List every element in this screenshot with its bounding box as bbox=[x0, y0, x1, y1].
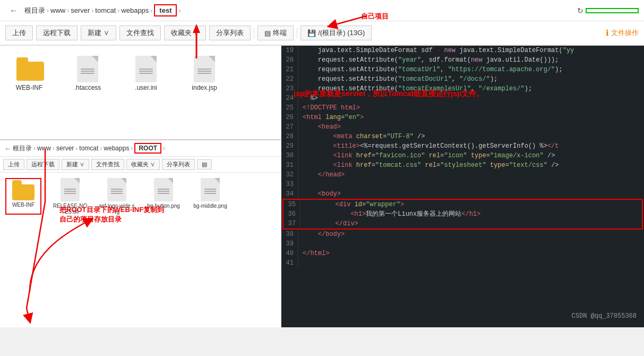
doc-lines-bgmid bbox=[204, 189, 216, 194]
spacer-top bbox=[0, 97, 281, 139]
code-line-20: 20 request.setAttribute("year", sdf.form… bbox=[281, 55, 644, 65]
file-ops[interactable]: ℹ 文件操作 bbox=[606, 28, 639, 38]
code-red-border-section: 35 <div id="wrapper"> 36 <h1>我的第一个Liunx服… bbox=[282, 199, 643, 230]
code-line-37: 37 </div> bbox=[284, 219, 642, 228]
code-line-39: 39 bbox=[281, 239, 644, 249]
code-line-27: 27 <head> bbox=[281, 122, 644, 132]
crumb-tomcat-b[interactable]: tomcat bbox=[79, 145, 98, 152]
file-item-indexjsp[interactable]: index.jsp bbox=[183, 56, 226, 91]
doc-icon-htaccess bbox=[75, 56, 100, 82]
share-button[interactable]: 分享列表 bbox=[209, 26, 251, 40]
file-item-webinf-top[interactable]: WEB-INF bbox=[8, 56, 50, 91]
crumb-tomcat[interactable]: tomcat bbox=[95, 6, 116, 14]
remote-download-button[interactable]: 远程下载 bbox=[36, 26, 78, 40]
doc-corner-rel bbox=[74, 178, 80, 183]
toolbar-sep-1 bbox=[254, 28, 254, 38]
crumb-server-b[interactable]: server bbox=[56, 145, 74, 152]
sep-b2: › bbox=[53, 145, 55, 152]
terminal-button[interactable]: ▤ 终端 bbox=[257, 26, 294, 40]
doc-shape-indexjsp bbox=[194, 56, 215, 82]
folder-shape-webinf bbox=[16, 57, 42, 81]
back-button-bottom[interactable]: ← bbox=[4, 145, 11, 152]
new-button[interactable]: 新建 ∨ bbox=[81, 26, 116, 40]
doc-icon-userini bbox=[133, 56, 159, 82]
code-line-30: 30 <link href="favicon.ico" rel="icon" t… bbox=[281, 151, 644, 160]
crumb-webapps[interactable]: webapps bbox=[121, 6, 149, 14]
sep-b4: › bbox=[100, 145, 102, 152]
layout-wrapper: ← 根目录 › www › server › tomcat › webapps … bbox=[0, 0, 644, 356]
file-name-userini: .user.ini bbox=[135, 84, 157, 91]
crumb-www-b[interactable]: www bbox=[37, 145, 51, 152]
toolbar-sep-2 bbox=[297, 28, 297, 38]
upload-btn-b[interactable]: 上传 bbox=[3, 159, 24, 170]
sep-b3: › bbox=[75, 145, 78, 152]
code-line-19: 19 java.text.SimpleDateFormat sdf - new … bbox=[281, 46, 644, 55]
find-btn-b[interactable]: 文件查找 bbox=[91, 159, 124, 170]
code-line-41: 41 bbox=[281, 258, 644, 268]
toolbar-bottom: 上传 远程下载 新建 ∨ 文件查找 收藏夹 ∨ 分享列表 ▤ bbox=[0, 157, 281, 173]
doc-lines-asf bbox=[111, 189, 123, 194]
file-item-userini[interactable]: .user.ini bbox=[125, 56, 167, 91]
crumb-test-active[interactable]: test bbox=[154, 4, 177, 16]
disk-icon: 💾 bbox=[307, 29, 316, 37]
right-annotation-text: jsp的本质就是servlet，所以Tomcat能直接运行jsp文件。 bbox=[294, 89, 484, 99]
code-line-29: 29 <title><%=request.getServletContext()… bbox=[281, 141, 644, 151]
share-btn-b[interactable]: 分享列表 bbox=[162, 159, 195, 170]
doc-shape-userini bbox=[135, 56, 157, 82]
code-line-35: 35 <div id="wrapper"> bbox=[284, 200, 642, 209]
terminal-btn-b[interactable]: ▤ bbox=[197, 159, 212, 169]
breadcrumb-bar-bottom: ← 根目录 › www › server › tomcat › webapps … bbox=[0, 140, 281, 157]
crumb-webapps-b[interactable]: webapps bbox=[104, 145, 129, 152]
disk-button[interactable]: 💾 /(根目录) (13G) bbox=[300, 26, 372, 40]
right-code-panel: 19 java.text.SimpleDateFormat sdf - new … bbox=[281, 46, 644, 327]
code-line-40: 40 </html> bbox=[281, 249, 644, 258]
search-box-top[interactable] bbox=[586, 8, 639, 13]
file-item-htaccess[interactable]: .htaccess bbox=[66, 56, 109, 91]
doc-lines-bgbtn bbox=[158, 189, 169, 194]
info-icon: ℹ bbox=[606, 28, 609, 38]
code-line-38: 38 </body> bbox=[281, 230, 644, 239]
crumb-sep-6: › bbox=[178, 7, 181, 14]
doc-corner-asf bbox=[121, 178, 126, 183]
top-annotation-text: 自己项目 bbox=[361, 12, 389, 21]
code-line-32: 32 </head> bbox=[281, 170, 644, 180]
doc-icon-asflogo bbox=[107, 178, 126, 201]
crumb-sep-4: › bbox=[117, 7, 119, 14]
file-name-bgmiddle: bg-middle.png bbox=[193, 203, 227, 209]
code-line-25: 25 <!DOCTYPE html> bbox=[281, 103, 644, 113]
crumb-sep-5: › bbox=[150, 7, 152, 14]
crumb-sep-1: › bbox=[47, 7, 49, 14]
crumb-server[interactable]: server bbox=[71, 6, 90, 14]
doc-shape-htaccess bbox=[77, 56, 98, 82]
back-button-top[interactable]: ← bbox=[5, 5, 22, 16]
code-line-34: 34 <body> bbox=[281, 189, 644, 199]
fav-btn-b[interactable]: 收藏夹 ∨ bbox=[126, 159, 160, 170]
file-name-webinf-top: WEB-INF bbox=[16, 84, 43, 91]
favorites-button[interactable]: 收藏夹 ∨ bbox=[164, 26, 207, 40]
file-name-webinf-bot: WEB-INF bbox=[12, 202, 35, 208]
doc-lines-rel bbox=[64, 189, 76, 194]
download-btn-b[interactable]: 远程下载 bbox=[27, 159, 59, 170]
upload-button[interactable]: 上传 bbox=[5, 26, 33, 40]
file-name-htaccess: .htaccess bbox=[74, 84, 101, 91]
doc-icon-bgbtn bbox=[154, 178, 173, 201]
code-line-22: 22 request.setAttribute("tomcatDocUrl", … bbox=[281, 74, 644, 84]
sep-b1: › bbox=[33, 145, 36, 152]
doc-icon-releasenotes bbox=[61, 178, 80, 201]
file-item-webinf-bot[interactable]: WEB-INF bbox=[5, 178, 41, 215]
crumb-root-b[interactable]: 根目录 bbox=[13, 144, 32, 153]
find-button[interactable]: 文件查找 bbox=[119, 26, 161, 40]
crumb-root[interactable]: 根目录 bbox=[24, 6, 45, 15]
left-panel: WEB-INF .htaccess bbox=[0, 46, 281, 327]
refresh-button-top[interactable]: ↻ bbox=[577, 6, 583, 15]
code-line-33: 33 bbox=[281, 180, 644, 189]
code-line-26: 26 <html lang="en"> bbox=[281, 113, 644, 122]
folder-body-bot bbox=[12, 184, 35, 200]
crumb-root-active-b[interactable]: ROOT bbox=[134, 143, 161, 154]
file-item-bgmiddle[interactable]: bg-middle.png bbox=[192, 178, 228, 215]
crumb-www[interactable]: www bbox=[50, 6, 65, 14]
new-btn-b[interactable]: 新建 ∨ bbox=[62, 159, 89, 170]
crumb-sep-3: › bbox=[91, 7, 93, 14]
sep-b6: › bbox=[163, 145, 165, 152]
terminal-icon: ▤ bbox=[264, 29, 271, 37]
